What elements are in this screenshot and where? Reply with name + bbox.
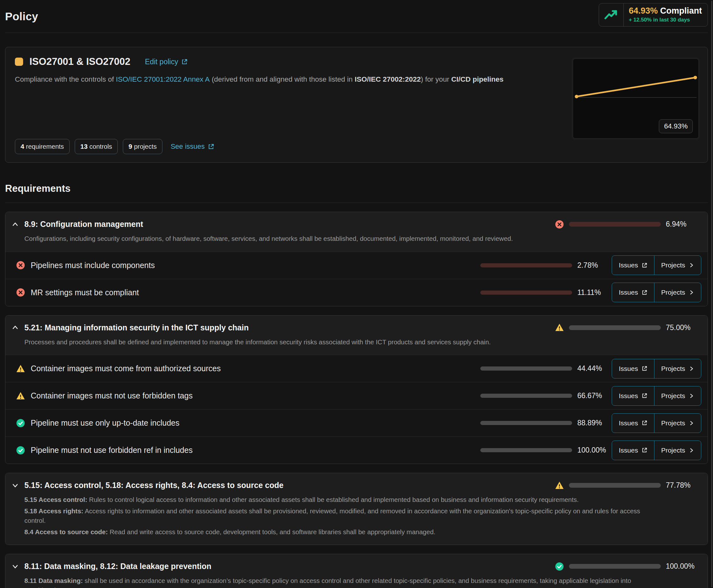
requirement-header: 8.11: Data masking, 8.12: Data leakage p…	[5, 554, 708, 588]
projects-button[interactable]: Projects	[654, 414, 701, 433]
requirement-description: Processes and procedures shall be define…	[24, 337, 651, 347]
projects-button[interactable]: Projects	[654, 441, 701, 460]
desc-bold: 8.4 Access to source code:	[24, 528, 108, 536]
desc-bold: ISO/IEC 27002:2022	[354, 75, 421, 83]
progress-percent: 100.00%	[577, 446, 607, 455]
progress-bar	[480, 448, 572, 452]
progress-percent: 2.78%	[577, 261, 607, 270]
projects-button-label: Projects	[661, 419, 685, 427]
progress-bar	[480, 291, 572, 295]
status-fail-icon	[16, 288, 25, 297]
progress-percent: 6.94%	[666, 220, 701, 229]
status-fail-icon	[555, 220, 564, 229]
chevron-right-icon	[689, 420, 694, 426]
control-actions: Issues Projects	[612, 359, 701, 378]
external-link-icon	[641, 262, 648, 268]
desc-text: Rules to control logical access to infor…	[87, 496, 579, 503]
see-issues-label: See issues	[171, 142, 205, 151]
issues-button[interactable]: Issues	[612, 283, 654, 302]
compliance-percent: 64.93%	[629, 6, 658, 16]
projects-button[interactable]: Projects	[654, 386, 701, 405]
progress-bar	[569, 564, 661, 569]
issues-button[interactable]: Issues	[612, 386, 654, 405]
requirement-progress: 6.94%	[555, 220, 701, 229]
policy-card: ISO27001 & ISO27002 Edit policy Complian…	[5, 47, 708, 163]
page-title: Policy	[5, 10, 38, 23]
issues-button-label: Issues	[619, 365, 638, 373]
progress-percent: 66.67%	[577, 392, 607, 400]
collapse-toggle[interactable]	[12, 482, 24, 489]
requirement-progress: 75.00%	[555, 323, 701, 332]
progress-percent: 11.11%	[577, 288, 607, 297]
chevron-down-icon	[12, 563, 19, 570]
requirements-count-badge: 4 requirements	[15, 139, 70, 154]
requirement-description: Configurations, including security confi…	[24, 234, 651, 244]
compliance-sparkline-chart: 64.93%	[573, 59, 699, 139]
requirement-header: 5.15: Access control, 5.18: Access right…	[5, 473, 708, 545]
progress-percent: 77.78%	[666, 481, 701, 489]
external-link-icon	[641, 290, 648, 296]
compliance-badge: 64.93% Compliant + 12.50% in last 30 day…	[599, 3, 708, 26]
page-header: Policy 64.93% Compliant + 12.50% in last…	[5, 0, 708, 33]
scrollbar[interactable]	[710, 0, 713, 588]
desc-bold: 5.15 Access control:	[24, 496, 87, 503]
projects-button[interactable]: Projects	[654, 283, 701, 302]
control-actions: Issues Projects	[612, 282, 701, 302]
status-warn-icon	[16, 392, 25, 400]
desc-text: Processes and procedures shall be define…	[24, 338, 491, 345]
control-label: Container images must come from authoriz…	[31, 364, 221, 373]
chevron-up-icon	[12, 324, 19, 331]
edit-policy-link[interactable]: Edit policy	[145, 58, 188, 66]
desc-bold: 8.11 Data masking:	[24, 577, 83, 584]
desc-text: Configurations, including security confi…	[24, 235, 513, 242]
issues-button[interactable]: Issues	[612, 359, 654, 378]
chevron-right-icon	[689, 366, 694, 372]
scrollbar-thumb[interactable]	[711, 1, 712, 587]
issues-button[interactable]: Issues	[612, 441, 654, 460]
see-issues-link[interactable]: See issues	[171, 142, 215, 151]
desc-text: Read and write access to source code, de…	[108, 528, 436, 536]
progress-bar	[569, 483, 661, 488]
issues-button[interactable]: Issues	[612, 256, 654, 275]
issues-button-label: Issues	[619, 446, 638, 454]
control-actions: Issues Projects	[612, 386, 701, 406]
control-row: Pipeline must use only up-to-date includ…	[5, 409, 708, 436]
progress-bar	[480, 394, 572, 398]
projects-button-label: Projects	[661, 289, 685, 296]
badge-label: requirements	[26, 143, 64, 150]
collapse-toggle[interactable]	[12, 221, 24, 228]
status-warn-icon	[555, 481, 564, 490]
requirement-card: 5.15: Access control, 5.18: Access right…	[5, 473, 708, 545]
collapse-toggle[interactable]	[12, 563, 24, 570]
control-row: Container images must come from authoriz…	[5, 355, 708, 382]
control-row: Pipelines must include components 2.78% …	[5, 252, 708, 279]
badge-count: 4	[21, 143, 24, 150]
progress-bar	[480, 421, 572, 425]
iso-27001-link[interactable]: ISO/IEC 27001:2022 Annex A	[116, 75, 209, 84]
progress-percent: 44.44%	[577, 364, 607, 373]
external-link-icon	[208, 143, 215, 150]
issues-button[interactable]: Issues	[612, 414, 654, 433]
projects-button[interactable]: Projects	[654, 256, 701, 275]
requirements-heading: Requirements	[5, 183, 708, 203]
chevron-down-icon	[12, 482, 19, 489]
collapse-toggle[interactable]	[12, 324, 24, 331]
edit-policy-label: Edit policy	[145, 58, 178, 66]
projects-count-badge: 9 projects	[123, 139, 162, 154]
projects-button-label: Projects	[661, 261, 685, 269]
projects-button[interactable]: Projects	[654, 359, 701, 378]
trend-up-icon	[599, 3, 624, 26]
control-actions: Issues Projects	[612, 441, 701, 460]
status-success-icon	[16, 419, 25, 427]
controls-count-badge: 13 controls	[75, 139, 118, 154]
progress-bar	[480, 366, 572, 371]
external-link-icon	[181, 59, 188, 65]
desc-text: Compliance with the controls of	[15, 75, 116, 83]
badge-label: controls	[89, 143, 112, 150]
progress-percent: 88.89%	[577, 419, 607, 427]
desc-text: shall be used in accordance with the org…	[24, 577, 631, 588]
status-fail-icon	[16, 261, 25, 270]
control-label: Container images must not use forbidden …	[31, 391, 192, 400]
requirement-card: 8.11: Data masking, 8.12: Data leakage p…	[5, 554, 708, 588]
projects-button-label: Projects	[661, 365, 685, 373]
